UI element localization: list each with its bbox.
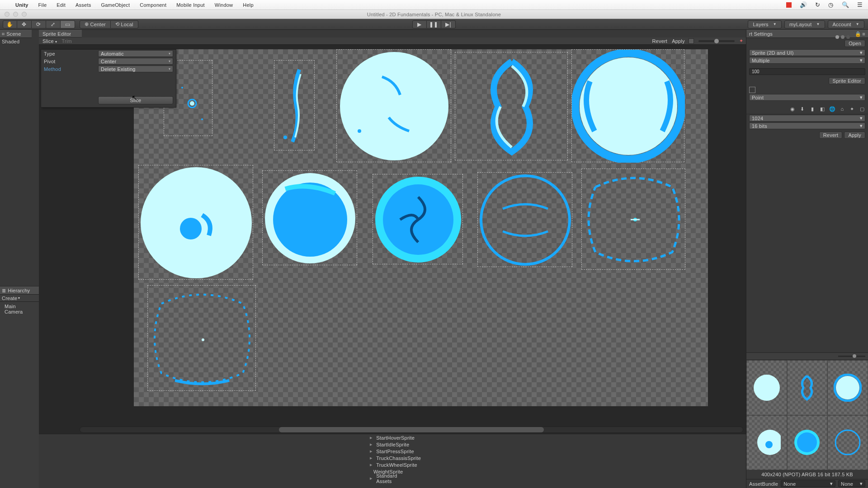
menu-help[interactable]: Help (243, 2, 254, 8)
search-icon[interactable]: 🔍 (842, 2, 849, 8)
slice-dropdown-button[interactable]: Slice ▾ (42, 38, 58, 44)
chevron-down-icon: ▾ (169, 59, 170, 63)
project-item[interactable]: ▸Standard Assets (370, 475, 382, 482)
project-item[interactable]: ▸StartIdleSprite (370, 441, 382, 448)
mobile-platform-icon[interactable]: ▮ (809, 106, 816, 112)
assetbundle-variant-dropdown[interactable]: None▾ (838, 480, 865, 487)
chevron-down-icon: ▾ (860, 94, 863, 100)
menu-file[interactable]: File (38, 2, 47, 8)
chevron-down-icon: ▾ (830, 481, 833, 487)
menu-gameobject[interactable]: GameObject (101, 2, 130, 8)
chevron-down-icon: ▼ (773, 22, 777, 26)
slice-type-dropdown[interactable]: Automatic▾ (98, 50, 173, 57)
menu-edit[interactable]: Edit (57, 2, 66, 8)
texture-type-dropdown[interactable]: Sprite (2D and UI)▾ (749, 49, 865, 56)
pixels-per-unit-field[interactable] (749, 68, 865, 75)
play-button[interactable]: ▶ (412, 20, 427, 28)
pause-button[interactable]: ❚❚ (427, 20, 441, 28)
sprite-editor-button[interactable]: Sprite Editor (829, 77, 865, 84)
svg-point-6 (358, 129, 361, 133)
slice-type-label: Type (44, 51, 98, 56)
account-dropdown[interactable]: Account▼ (828, 20, 864, 28)
texture-meta-label: 400x240 (NPOT) ARGB 16 bit 187.5 KB (746, 470, 868, 479)
tizen-platform-icon[interactable]: ✦ (849, 106, 855, 112)
slice-pivot-dropdown[interactable]: Center▾ (98, 58, 173, 65)
svg-point-3 (201, 118, 203, 120)
alpha-slider[interactable] (698, 40, 735, 42)
project-item[interactable]: ▸TruckWheelSprite (370, 461, 382, 468)
window-titlebar: Untitled - 2D Fundamentals - PC, Mac & L… (0, 10, 868, 19)
hierarchy-tab[interactable]: ≣Hierarchy (0, 286, 39, 295)
pivot-local-button[interactable]: ⟲ Local (111, 20, 138, 28)
trim-button[interactable]: Trim (61, 38, 72, 44)
slice-pivot-label: Pivot (44, 59, 98, 64)
menu-component[interactable]: Component (140, 2, 166, 8)
project-item[interactable]: ▸StartHoverSprite (370, 434, 382, 441)
layers-dropdown[interactable]: Layers▼ (748, 20, 781, 28)
ios-platform-icon[interactable]: ◧ (819, 106, 826, 112)
menu-assets[interactable]: Assets (75, 2, 91, 8)
checkbox[interactable] (749, 87, 755, 93)
sprite-mode-dropdown[interactable]: Multiple▾ (749, 57, 865, 64)
chevron-down-icon: ▾ (860, 50, 863, 56)
svg-point-15 (481, 176, 570, 264)
revert-button[interactable]: Revert (651, 38, 668, 44)
project-item[interactable]: ▸TruckChassisSprite (370, 455, 382, 461)
app-menu[interactable]: Unity (15, 2, 28, 8)
menu-icon[interactable]: ≡ (862, 31, 865, 37)
menu-list-icon[interactable]: ☰ (857, 2, 863, 8)
traffic-max-icon[interactable] (22, 12, 27, 17)
format-dropdown[interactable]: 16 bits▾ (749, 122, 865, 129)
record-status-icon (786, 2, 792, 8)
web-platform-icon[interactable]: 🌐 (829, 106, 835, 112)
download-platform-icon[interactable]: ⬇ (799, 106, 806, 112)
default-platform-icon[interactable]: ◉ (789, 106, 796, 112)
preview-zoom-slider[interactable] (838, 356, 865, 357)
scene-tab[interactable]: ⌗Scene (0, 30, 32, 38)
chevron-down-icon: ▾ (860, 481, 863, 487)
clock-icon[interactable]: ◷ (828, 2, 833, 8)
open-button[interactable]: Open (844, 40, 865, 47)
svg-point-10 (180, 218, 202, 239)
max-size-dropdown[interactable]: 1024▾ (749, 115, 865, 122)
tool-rotate[interactable]: ⟳ (32, 20, 46, 28)
filter-mode-dropdown[interactable]: Point▾ (749, 94, 865, 101)
project-item[interactable]: ▸StartPressSprite (370, 448, 382, 455)
layout-dropdown[interactable]: myLayout▼ (784, 20, 825, 28)
hierarchy-item[interactable]: Main Camera (0, 303, 39, 315)
traffic-min-icon[interactable] (13, 12, 18, 17)
inspector-apply-button[interactable]: Apply (844, 131, 865, 139)
svg-point-2 (181, 87, 183, 89)
traffic-close-icon[interactable] (5, 12, 9, 17)
assetbundle-name-dropdown[interactable]: None▾ (781, 480, 835, 487)
tool-rect[interactable]: ▭ (61, 20, 75, 28)
svg-point-25 (835, 430, 860, 455)
pivot-center-button[interactable]: ⊕ Center (80, 20, 111, 28)
svg-point-7 (580, 57, 677, 155)
hierarchy-create-dropdown[interactable]: Create▾ (0, 295, 39, 302)
tv-platform-icon[interactable]: ▢ (859, 106, 865, 112)
lock-icon[interactable]: 🔒 (855, 31, 861, 37)
menu-mobileinput[interactable]: Mobile Input (176, 2, 205, 8)
volume-icon[interactable]: 🔊 (800, 2, 807, 8)
html5-platform-icon[interactable]: ⌂ (839, 106, 845, 112)
tool-move[interactable]: ✥ (17, 20, 32, 28)
apply-button[interactable]: Apply (671, 38, 686, 44)
chevron-down-icon: ▼ (816, 22, 820, 26)
horizontal-scrollbar[interactable] (80, 427, 743, 433)
step-button[interactable]: ▶| (441, 20, 456, 28)
slice-button[interactable]: Slice (98, 96, 173, 104)
scene-shade-dropdown[interactable]: Shaded (0, 38, 39, 45)
sprite-editor-tab[interactable]: Sprite Editor (39, 30, 82, 38)
sync-icon[interactable]: ↻ (815, 2, 820, 8)
tool-hand[interactable]: ✋ (3, 20, 17, 28)
inspector-revert-button[interactable]: Revert (819, 131, 843, 139)
svg-point-5 (340, 52, 448, 160)
tool-scale[interactable]: ⤢ (46, 20, 61, 28)
rgb-toggle-icon[interactable] (689, 38, 694, 44)
menu-window[interactable]: Window (215, 2, 233, 8)
slice-method-dropdown[interactable]: Delete Existing▾ (98, 66, 173, 72)
svg-point-24 (797, 432, 817, 452)
alpha-icon: ✦ (739, 38, 743, 44)
unity-toolbar: ✋ ✥ ⟳ ⤢ ▭ ⊕ Center ⟲ Local ▶ ❚❚ ▶| Layer… (0, 19, 868, 30)
